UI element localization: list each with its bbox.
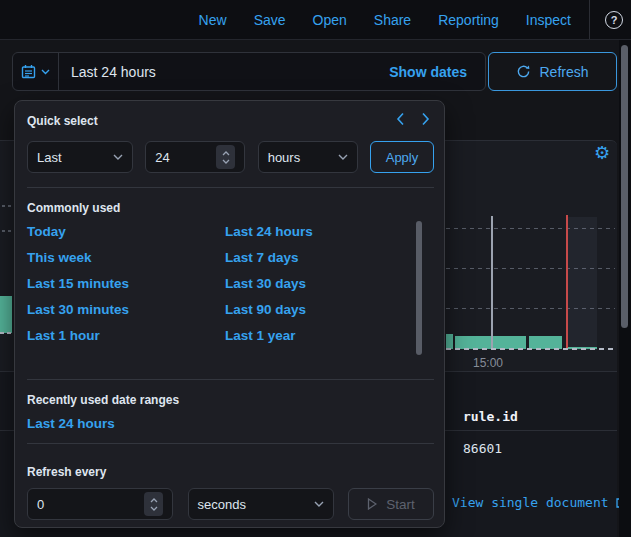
chevron-down-icon [113,154,123,160]
time-marker-line [491,216,493,349]
gridline-fragment [2,205,12,207]
number-stepper[interactable] [216,145,235,169]
date-picker-group: Last 24 hours Show dates [12,52,486,91]
gear-icon[interactable]: ⚙ [594,144,610,162]
link-last-24-hours[interactable]: Last 24 hours [225,225,410,239]
selected-date-range: Last 24 hours [71,64,156,80]
chevron-down-icon [314,501,324,507]
divider [27,379,434,380]
link-last-90-days[interactable]: Last 90 days [225,303,410,317]
previous-time-window-icon[interactable] [396,112,405,126]
partial-bucket-band [568,217,597,350]
link-last-30-days[interactable]: Last 30 days [225,277,410,291]
refresh-interval-input[interactable]: 0 [27,488,173,520]
step-up-icon [222,151,230,156]
current-time-line [566,215,568,349]
quick-select-controls: Last 24 hours Apply [27,141,434,173]
link-today[interactable]: Today [27,225,225,239]
tense-value: Last [37,150,62,165]
help-icon[interactable]: ? [605,11,623,29]
tense-select[interactable]: Last [27,141,133,173]
divider [27,443,434,444]
quick-select-title: Quick select [27,114,98,128]
top-navigation-bar: New Save Open Share Reporting Inspect ? [0,0,631,40]
nav-link-new[interactable]: New [199,12,227,28]
divider [27,187,434,188]
time-unit-select[interactable]: hours [258,141,358,173]
show-dates-button[interactable]: Show dates [383,63,473,81]
chart-baseline-fragment [0,332,12,334]
refresh-icon [516,64,531,79]
x-axis-tick-label: 15:00 [473,356,503,370]
nav-link-open[interactable]: Open [313,12,347,28]
calendar-icon [21,64,36,79]
refresh-unit-select[interactable]: seconds [188,488,334,520]
refresh-button[interactable]: Refresh [488,52,617,91]
popover-scrollbar-thumb[interactable] [416,221,422,355]
scrollbar-thumb[interactable] [621,45,628,328]
view-single-document-label: View single document [452,495,609,510]
step-down-icon [150,506,158,511]
time-amount-input[interactable]: 24 [145,141,245,173]
date-quick-select-popover: Quick select Last 24 [14,100,445,528]
quick-select-nav [396,112,430,126]
apply-button[interactable]: Apply [370,141,434,173]
view-single-document-link[interactable]: View single document [452,495,627,510]
step-up-icon [150,498,158,503]
play-icon [367,498,377,510]
commonly-used-links: Today Last 24 hours This week Last 7 day… [27,225,410,343]
link-last-15-minutes[interactable]: Last 15 minutes [27,277,225,291]
refresh-label: Refresh [539,64,588,80]
time-amount-value: 24 [155,150,169,165]
table-column-header: rule.id [463,409,518,424]
nav-link-reporting[interactable]: Reporting [438,12,499,28]
link-last-7-days[interactable]: Last 7 days [225,251,410,265]
nav-link-inspect[interactable]: Inspect [526,12,571,28]
recently-used-title: Recently used date ranges [27,393,179,407]
histogram-bar [0,296,12,333]
chevron-down-icon [338,154,348,160]
commonly-used-title: Commonly used [27,201,120,215]
chevron-down-icon [41,69,50,75]
refresh-interval-value: 0 [37,497,44,512]
number-stepper[interactable] [144,492,163,516]
link-last-1-hour[interactable]: Last 1 hour [27,329,225,343]
start-refresh-button[interactable]: Start [348,488,434,520]
refresh-unit-value: seconds [198,497,246,512]
step-down-icon [222,159,230,164]
next-time-window-icon[interactable] [421,112,430,126]
date-quick-select-button[interactable] [13,53,59,90]
time-unit-value: hours [268,150,301,165]
link-last-1-year[interactable]: Last 1 year [225,329,410,343]
refresh-every-title: Refresh every [27,465,106,479]
link-this-week[interactable]: This week [27,251,225,265]
kibana-screen: New Save Open Share Reporting Inspect ? … [0,0,631,537]
link-last-30-minutes[interactable]: Last 30 minutes [27,303,225,317]
histogram-bar [446,334,453,349]
nav-link-save[interactable]: Save [254,12,286,28]
nav-link-share[interactable]: Share [374,12,411,28]
refresh-every-controls: 0 seconds Start [27,488,434,520]
recent-range-last-24-hours[interactable]: Last 24 hours [27,417,115,431]
table-cell-value: 86601 [463,441,502,456]
topnav-divider [589,0,590,39]
chart-baseline [446,348,615,350]
start-label: Start [386,497,415,512]
gridline-fragment [2,230,12,232]
